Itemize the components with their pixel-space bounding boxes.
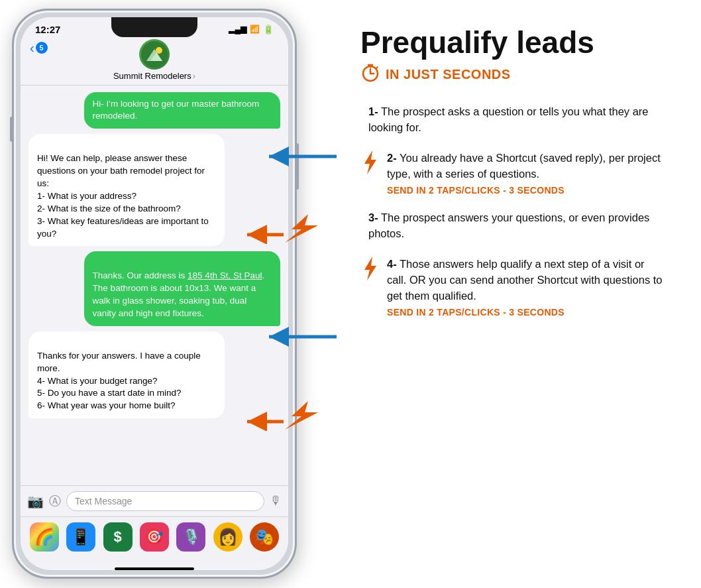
dock-music[interactable]: 🎯 [140,522,169,552]
status-time: 12:27 [35,24,60,35]
phone-frame: 12:27 ▂▄▆ 📶 🔋 ‹ 5 [12,9,297,579]
dock-avatar1[interactable]: 👩 [213,522,243,552]
step-1-content: 1- The prospect asks a question or tells… [368,104,667,136]
dock-avatar2[interactable]: 🎭 [250,522,279,552]
step-2-icon [360,150,379,177]
step-3-content: 3- The prospect answers your questions, … [368,210,667,242]
arrow-orange-1 [242,211,328,247]
svg-marker-8 [285,401,318,430]
arrow-blue-1 [264,145,340,171]
received-bubble-1: Hi! We can help, please answer these que… [28,134,225,246]
back-chevron-icon: ‹ [30,40,34,56]
phone-mockup: 12:27 ▂▄▆ 📶 🔋 ‹ 5 [12,9,297,585]
camera-icon[interactable]: 📷 [27,493,44,509]
step-4-cta: SEND IN 2 TAPS/CLICKS - 3 SECONDS [387,307,667,318]
app-store-icon[interactable]: Ⓐ [49,493,61,509]
battery-icon: 🔋 [263,25,274,34]
arrow-blue-2 [264,325,340,351]
wifi-icon: 📶 [250,25,260,34]
phone-screen: 12:27 ▂▄▆ 📶 🔋 ‹ 5 [21,17,288,570]
arrow-orange-2 [242,398,328,434]
step-3: 3- The prospect answers your questions, … [360,210,667,242]
contact-logo [141,41,168,68]
dock-cash[interactable]: $ [103,522,133,552]
svg-marker-16 [364,257,376,280]
step-1-text: 1- The prospect asks a question or tells… [368,104,667,136]
microphone-icon[interactable]: 🎙 [270,494,282,508]
step-4-icon [360,257,379,283]
step-2-cta: SEND IN 2 TAPS/CLICKS - 3 SECONDS [387,185,667,196]
status-icons: ▂▄▆ 📶 🔋 [229,25,274,34]
step-4-text: 4- Those answers help qualify a next ste… [387,257,667,304]
step-4: 4- Those answers help qualify a next ste… [360,257,667,318]
dock-appstore[interactable]: 📱 [66,522,95,552]
address-link: 185 4th St, St Paul [188,270,262,280]
messages-header: ‹ 5 Summit Remodelers › [21,38,288,86]
step-3-text: 3- The prospect answers your questions, … [368,210,667,242]
back-button[interactable]: ‹ 5 [30,40,48,56]
signal-icon: ▂▄▆ [229,25,246,34]
page-title: Prequalify leads [360,27,667,58]
subtitle-row: IN JUST SECONDS [360,62,667,87]
step-2-content: 2- You already have a Shortcut (saved re… [387,150,667,196]
svg-marker-5 [285,214,318,243]
message-input-bar: 📷 Ⓐ Text Message 🎙 [21,485,288,516]
sent-bubble-1: Hi- I'm looking to get our master bathro… [84,92,280,129]
subtitle-text: IN JUST SECONDS [386,67,511,82]
app-dock: 🌈 📱 $ 🎯 🎙️ 👩 🎭 [21,516,288,563]
contact-avatar [139,39,170,70]
step-1: 1- The prospect asks a question or tells… [360,104,667,136]
step-2: 2- You already have a Shortcut (saved re… [360,150,667,196]
home-indicator [115,567,194,570]
message-row-3: Thanks. Our address is 185 4th St, St Pa… [28,251,280,325]
dock-photos[interactable]: 🌈 [30,522,59,552]
message-row-1: Hi- I'm looking to get our master bathro… [28,92,280,129]
dock-podcast[interactable]: 🎙️ [176,522,205,552]
timer-icon [360,62,380,87]
contact-name[interactable]: Summit Remodelers › [113,71,195,81]
received-bubble-2: Thanks for your answers. I have a couple… [28,331,225,418]
contact-chevron: › [193,71,195,81]
messages-badge: 5 [36,42,48,54]
step-4-content: 4- Those answers help qualify a next ste… [387,257,667,318]
sent-bubble-2: Thanks. Our address is 185 4th St, St Pa… [84,251,280,325]
step-2-text: 2- You already have a Shortcut (saved re… [387,150,667,182]
right-panel: Prequalify leads IN JUST SECONDS 1- The … [345,13,682,345]
svg-marker-15 [364,150,376,174]
message-input[interactable]: Text Message [66,491,264,511]
phone-notch [111,17,197,37]
